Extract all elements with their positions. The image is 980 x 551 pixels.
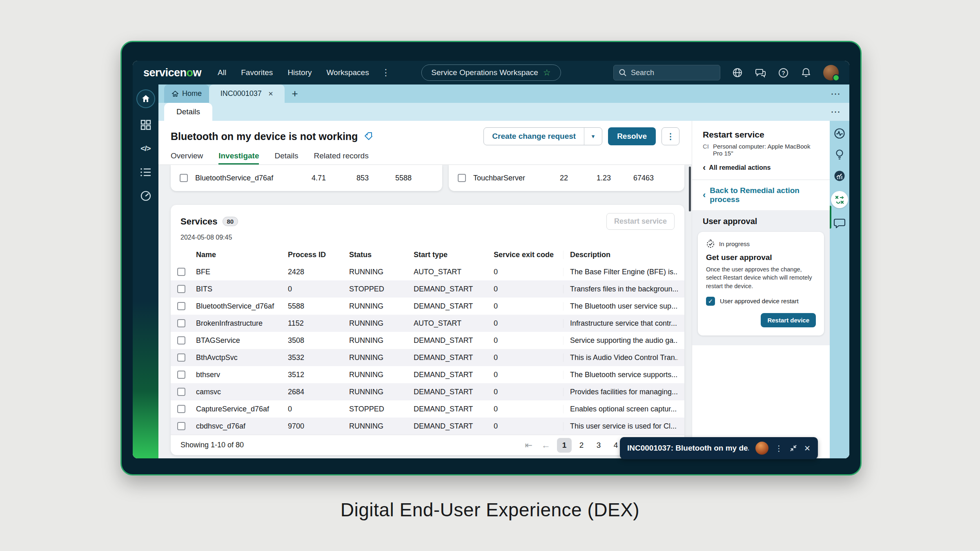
row-checkbox[interactable] (177, 268, 185, 276)
create-change-caret-icon[interactable]: ▾ (584, 128, 602, 145)
sidebar-code-icon[interactable]: </> (139, 142, 153, 156)
table-row[interactable]: BFE2428RUNNINGAUTO_START0The Base Filter… (171, 263, 684, 280)
page-button-3[interactable]: 3 (591, 438, 606, 453)
back-to-remedial-process-link[interactable]: ‹ Back to Remedial action process (692, 180, 830, 210)
table-row[interactable]: camsvc2684RUNNINGDEMAND_START0Provides f… (171, 383, 684, 400)
workspace-pill[interactable]: Service Operations Workspace ☆ (421, 64, 561, 81)
table-cell: 0 (288, 285, 349, 293)
record-more-actions-button[interactable]: ⋮ (662, 127, 679, 145)
restart-device-button[interactable]: Restart device (761, 313, 816, 327)
row-checkbox[interactable] (458, 174, 466, 182)
sidebar-home-icon[interactable] (136, 89, 155, 108)
table-row[interactable]: cbdhsvc_d76af9700RUNNINGDEMAND_START0Thi… (171, 418, 684, 435)
remedial-heading: Restart service (703, 130, 819, 140)
row-checkbox[interactable] (177, 388, 185, 396)
search-input[interactable] (631, 69, 708, 77)
column-header-name[interactable]: Name (196, 251, 288, 259)
comment-bubble-icon[interactable] (833, 217, 846, 229)
vertical-scrollbar[interactable] (689, 167, 691, 211)
restart-service-button[interactable]: Restart service (606, 213, 675, 230)
subtab-investigate[interactable]: Investigate (218, 147, 259, 164)
chat-close-icon[interactable]: ✕ (804, 444, 811, 453)
search-box[interactable] (613, 65, 720, 80)
table-cell: RUNNING (349, 319, 414, 328)
subtab-related-records[interactable]: Related records (314, 147, 369, 164)
help-icon[interactable]: ? (777, 67, 789, 78)
table-row[interactable]: BluetoothService_d76af5588RUNNINGDEMAND_… (171, 298, 684, 315)
services-table-footer: Showing 1-10 of 80 ⇤ ← 1234567 (171, 435, 684, 455)
create-change-request-split-button: Create change request ▾ (483, 127, 602, 145)
column-header-process-id[interactable]: Process ID (288, 251, 349, 259)
row-checkbox[interactable] (177, 336, 185, 344)
table-row[interactable]: BthAvctpSvc3532RUNNINGDEMAND_START0This … (171, 349, 684, 366)
table-cell: 5588 (288, 302, 349, 311)
chat-icon[interactable] (755, 67, 766, 78)
column-header-start-type[interactable]: Start type (414, 251, 494, 259)
remedial-playbook-icon-active[interactable] (831, 191, 848, 208)
lightbulb-icon[interactable] (833, 149, 846, 161)
tab-details-view[interactable]: Details (164, 103, 212, 121)
sidebar-workspaces-grid-icon[interactable] (139, 118, 153, 132)
record-strip-more-icon[interactable]: ⋯ (831, 106, 840, 118)
nav-more-icon[interactable]: ⋮ (381, 67, 390, 78)
metric-value: 1.23 (568, 174, 611, 182)
table-row[interactable]: bthserv3512RUNNINGDEMAND_START0The Bluet… (171, 366, 684, 383)
tab-record[interactable]: INC0001037 ✕ (209, 84, 285, 103)
column-header-description[interactable]: Description (563, 251, 678, 259)
tag-icon[interactable] (363, 131, 373, 141)
chat-collapse-icon[interactable] (789, 444, 797, 452)
table-row[interactable]: BrokenInfrastructure1152RUNNINGAUTO_STAR… (171, 315, 684, 332)
servicenow-app: servicenow AllFavoritesHistoryWorkspaces… (133, 61, 849, 458)
chat-minimized-bar[interactable]: INC0001037: Bluetooth on my de... ⋮ ✕ (620, 437, 818, 459)
ci-value: Personal computer: Apple MacBook Pro 15" (713, 143, 819, 157)
services-table-body: BFE2428RUNNINGAUTO_START0The Base Filter… (171, 263, 684, 435)
row-checkbox[interactable] (177, 405, 185, 413)
subtab-details[interactable]: Details (274, 147, 298, 164)
previous-page-icon[interactable]: ← (539, 440, 553, 451)
activity-pulse-icon[interactable] (833, 127, 846, 140)
resolve-button[interactable]: Resolve (608, 127, 656, 145)
create-change-request-button[interactable]: Create change request (484, 128, 584, 145)
first-page-icon[interactable]: ⇤ (523, 440, 535, 451)
table-row[interactable]: BITS0STOPPEDDEMAND_START0Transfers files… (171, 280, 684, 298)
metric-card-row[interactable]: TouchbarServer221.2367463 (449, 174, 684, 182)
column-header-status[interactable]: Status (349, 251, 414, 259)
sidebar-dashboard-icon[interactable] (139, 189, 153, 203)
table-row[interactable]: CaptureService_d76af0STOPPEDDEMAND_START… (171, 400, 684, 418)
row-checkbox[interactable] (177, 302, 185, 310)
main-pane: Bluetooth on my device is not working Cr… (158, 121, 692, 458)
sidebar-list-icon[interactable] (139, 165, 153, 179)
row-checkbox[interactable] (177, 422, 185, 430)
add-tab-button[interactable]: + (285, 84, 305, 103)
user-avatar[interactable] (823, 65, 839, 80)
row-checkbox[interactable] (177, 371, 185, 379)
row-checkbox[interactable] (180, 174, 188, 182)
favorite-star-icon[interactable]: ☆ (543, 68, 551, 78)
nav-item-favorites[interactable]: Favorites (241, 68, 273, 77)
notifications-bell-icon[interactable] (800, 67, 812, 78)
tab-home[interactable]: Home (164, 84, 209, 103)
nav-item-workspaces[interactable]: Workspaces (327, 68, 369, 77)
tab-close-icon[interactable]: ✕ (268, 90, 274, 98)
insights-chart-icon[interactable] (833, 170, 846, 182)
user-approved-checkbox[interactable]: ✓ (706, 297, 715, 306)
nav-item-history[interactable]: History (287, 68, 312, 77)
servicenow-logo[interactable]: servicenow (143, 67, 201, 79)
all-remedial-actions-link[interactable]: ‹ All remedial actions (703, 163, 819, 172)
page-button-1[interactable]: 1 (557, 438, 572, 453)
row-checkbox[interactable] (177, 285, 185, 293)
row-checkbox[interactable] (177, 319, 185, 327)
metric-card-row[interactable]: BluetoothService_d76af4.718535588 (171, 174, 442, 182)
page-title: Bluetooth on my device is not working (171, 131, 358, 142)
home-icon (172, 90, 179, 98)
nav-item-all[interactable]: All (218, 68, 226, 77)
page-button-2[interactable]: 2 (574, 438, 589, 453)
chat-more-icon[interactable]: ⋮ (775, 444, 783, 453)
table-cell: 3532 (288, 353, 349, 362)
subtab-overview[interactable]: Overview (171, 147, 203, 164)
table-row[interactable]: BTAGService3508RUNNINGDEMAND_START0Servi… (171, 332, 684, 349)
tab-strip-more-icon[interactable]: ⋯ (831, 88, 840, 100)
column-header-service-exit-code[interactable]: Service exit code (494, 251, 563, 259)
globe-icon[interactable] (732, 67, 743, 78)
row-checkbox[interactable] (177, 353, 185, 362)
